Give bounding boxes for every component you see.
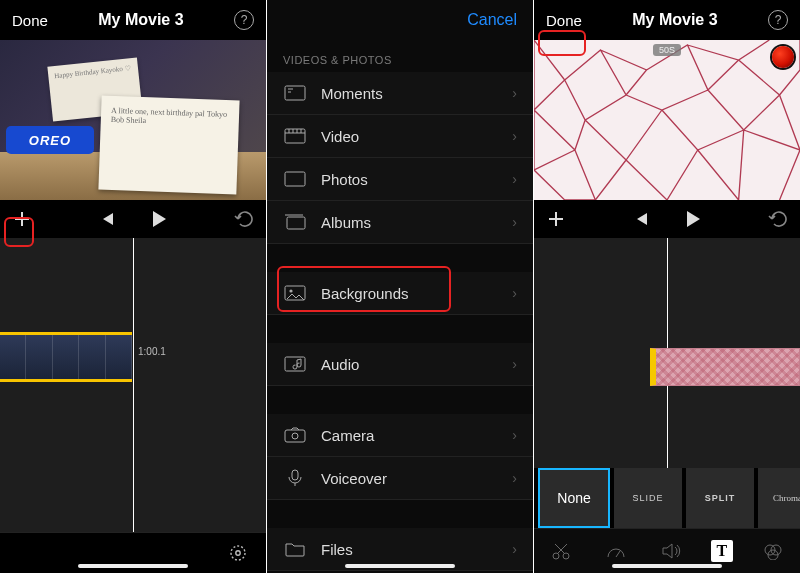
home-indicator — [345, 564, 455, 568]
svg-point-1 — [236, 551, 240, 555]
playhead[interactable] — [133, 238, 134, 532]
timeline[interactable]: 1:00.1 — [0, 238, 266, 532]
geometric-background — [534, 40, 800, 200]
cut-icon[interactable] — [546, 538, 576, 564]
chevron-right-icon: › — [512, 171, 517, 187]
title-style-chromatic[interactable]: Chromatic — [758, 468, 800, 528]
menu-item-audio[interactable]: Audio › — [267, 343, 533, 386]
color-picker-button[interactable] — [772, 46, 794, 68]
chevron-right-icon: › — [512, 427, 517, 443]
albums-icon — [283, 213, 307, 231]
panel-editor-2: Done My Movie 3 ? 50S — [534, 0, 800, 573]
chevron-right-icon: › — [512, 356, 517, 372]
voiceover-icon — [283, 469, 307, 487]
chevron-right-icon: › — [512, 128, 517, 144]
menu-item-albums[interactable]: Albums › — [267, 201, 533, 244]
clip-thumbstrip[interactable] — [0, 332, 132, 382]
title-style-split[interactable]: SPLIT — [686, 468, 754, 528]
titles-icon[interactable]: T — [711, 540, 733, 562]
audio-icon — [283, 355, 307, 373]
menu-label: Files — [321, 541, 512, 558]
title-style-slide[interactable]: SLIDE — [614, 468, 682, 528]
note-card-front: A little one, next birthday pal Tokyo Bo… — [98, 96, 239, 195]
menu-label: Backgrounds — [321, 285, 512, 302]
add-media-button[interactable] — [12, 209, 32, 229]
help-icon[interactable]: ? — [234, 10, 254, 30]
play-icon[interactable] — [151, 210, 167, 228]
svg-rect-3 — [285, 129, 305, 143]
svg-point-13 — [553, 553, 559, 559]
help-icon[interactable]: ? — [768, 10, 788, 30]
moments-icon — [283, 84, 307, 102]
menu-label: Audio — [321, 356, 512, 373]
section-label: VIDEOS & PHOTOS — [267, 40, 533, 72]
menu-item-moments[interactable]: Moments › — [267, 72, 533, 115]
header: Done My Movie 3 ? — [0, 0, 266, 40]
timeline[interactable] — [534, 238, 800, 468]
home-indicator — [78, 564, 188, 568]
menu-label: Moments — [321, 85, 512, 102]
svg-rect-5 — [287, 217, 305, 229]
menu-label: Voiceover — [321, 470, 512, 487]
menu-item-backgrounds[interactable]: Backgrounds › — [267, 272, 533, 315]
svg-rect-12 — [534, 40, 800, 200]
add-media-button[interactable] — [546, 209, 566, 229]
backgrounds-icon — [283, 284, 307, 302]
volume-icon[interactable] — [656, 538, 686, 564]
done-button[interactable]: Done — [546, 12, 582, 29]
header: Done My Movie 3 ? — [534, 0, 800, 40]
menu-item-photos[interactable]: Photos › — [267, 158, 533, 201]
chevron-right-icon: › — [512, 541, 517, 557]
rewind-icon[interactable] — [99, 212, 115, 226]
oreo-pack: OREO — [6, 126, 94, 154]
picker-header: Cancel — [267, 0, 533, 40]
chevron-right-icon: › — [512, 214, 517, 230]
svg-point-10 — [292, 433, 298, 439]
chevron-right-icon: › — [512, 470, 517, 486]
title-style-row: None SLIDE SPLIT Chromatic STAN — [534, 468, 800, 528]
svg-rect-9 — [285, 430, 305, 442]
project-title: My Movie 3 — [582, 11, 768, 29]
menu-label: Video — [321, 128, 512, 145]
menu-label: Camera — [321, 427, 512, 444]
cancel-button[interactable]: Cancel — [467, 11, 517, 29]
photos-icon — [283, 170, 307, 188]
menu-item-video[interactable]: Video › — [267, 115, 533, 158]
speed-icon[interactable] — [601, 538, 631, 564]
svg-rect-11 — [292, 470, 298, 480]
menu-label: Photos — [321, 171, 512, 188]
home-indicator — [612, 564, 722, 568]
filters-icon[interactable] — [758, 538, 788, 564]
menu-item-camera[interactable]: Camera › — [267, 414, 533, 457]
svg-point-7 — [289, 289, 292, 292]
camera-icon — [283, 426, 307, 444]
preview-badge: 50S — [653, 44, 681, 56]
transport-bar — [534, 200, 800, 238]
chevron-right-icon: › — [512, 85, 517, 101]
settings-icon[interactable] — [228, 543, 248, 563]
background-clip[interactable] — [650, 348, 800, 386]
undo-icon[interactable] — [768, 211, 788, 227]
video-preview[interactable]: 50S — [534, 40, 800, 200]
files-icon — [283, 540, 307, 558]
video-icon — [283, 127, 307, 145]
menu-item-voiceover[interactable]: Voiceover › — [267, 457, 533, 500]
project-title: My Movie 3 — [48, 11, 234, 29]
panel-editor-1: Done My Movie 3 ? Happy Birthday Kayoko … — [0, 0, 267, 573]
clip-duration-label: 1:00.1 — [138, 346, 166, 357]
rewind-icon[interactable] — [633, 212, 649, 226]
video-preview[interactable]: Happy Birthday Kayoko ♡ A little one, ne… — [0, 40, 266, 200]
title-style-none[interactable]: None — [538, 468, 610, 528]
undo-icon[interactable] — [234, 211, 254, 227]
play-icon[interactable] — [685, 210, 701, 228]
svg-point-14 — [563, 553, 569, 559]
transport-bar — [0, 200, 266, 238]
chevron-right-icon: › — [512, 285, 517, 301]
panel-media-picker: Cancel VIDEOS & PHOTOS Moments › Video ›… — [267, 0, 534, 573]
done-button[interactable]: Done — [12, 12, 48, 29]
menu-label: Albums — [321, 214, 512, 231]
svg-rect-2 — [285, 86, 305, 100]
svg-point-0 — [231, 546, 245, 560]
svg-rect-4 — [285, 172, 305, 186]
